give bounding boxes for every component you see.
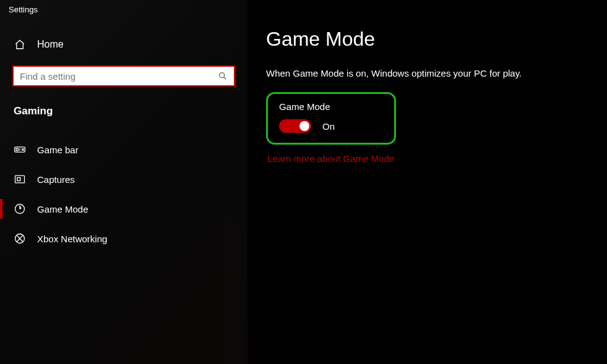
- toggle-knob: [299, 121, 309, 131]
- sidebar-item-label: Game bar: [37, 145, 79, 155]
- search-wrap: [12, 66, 235, 87]
- captures-icon: [14, 173, 26, 185]
- game-mode-highlight-box: Game Mode On: [266, 92, 396, 145]
- gamemode-icon: [14, 203, 26, 215]
- sidebar-item-label: Game Mode: [37, 204, 88, 214]
- home-button[interactable]: Home: [0, 17, 248, 62]
- xbox-icon: [14, 232, 26, 245]
- nav-list: Game bar Captures Game Mode: [0, 135, 248, 253]
- gamebar-icon: [14, 143, 26, 156]
- sidebar-item-game-mode[interactable]: Game Mode: [0, 194, 248, 224]
- svg-point-0: [220, 73, 225, 78]
- page-title: Game Mode: [266, 28, 607, 51]
- sidebar-item-xbox-networking[interactable]: Xbox Networking: [0, 224, 248, 253]
- home-icon: [14, 38, 26, 51]
- svg-rect-8: [17, 178, 20, 181]
- learn-more-link[interactable]: Learn more about Game Mode: [266, 153, 394, 164]
- toggle-row: On: [279, 119, 383, 133]
- sidebar-item-captures[interactable]: Captures: [0, 164, 248, 194]
- search-icon: [218, 71, 228, 81]
- sidebar-item-label: Xbox Networking: [37, 234, 107, 244]
- search-box[interactable]: [12, 66, 235, 87]
- sidebar-item-game-bar[interactable]: Game bar: [0, 135, 248, 164]
- main-content: Game Mode When Game Mode is on, Windows …: [248, 0, 607, 364]
- svg-rect-7: [15, 176, 25, 183]
- toggle-state: On: [322, 121, 335, 132]
- category-heading: Gaming: [0, 87, 248, 124]
- svg-line-1: [224, 77, 226, 80]
- search-input[interactable]: [20, 71, 218, 82]
- toggle-label: Game Mode: [279, 101, 383, 112]
- svg-rect-3: [16, 148, 18, 150]
- window-title: Settings: [0, 0, 248, 17]
- sidebar-item-label: Captures: [37, 174, 75, 185]
- sidebar: Settings Home Gaming: [0, 0, 248, 364]
- home-label: Home: [37, 39, 64, 50]
- page-description: When Game Mode is on, Windows optimizes …: [266, 68, 607, 78]
- game-mode-toggle[interactable]: [279, 119, 311, 133]
